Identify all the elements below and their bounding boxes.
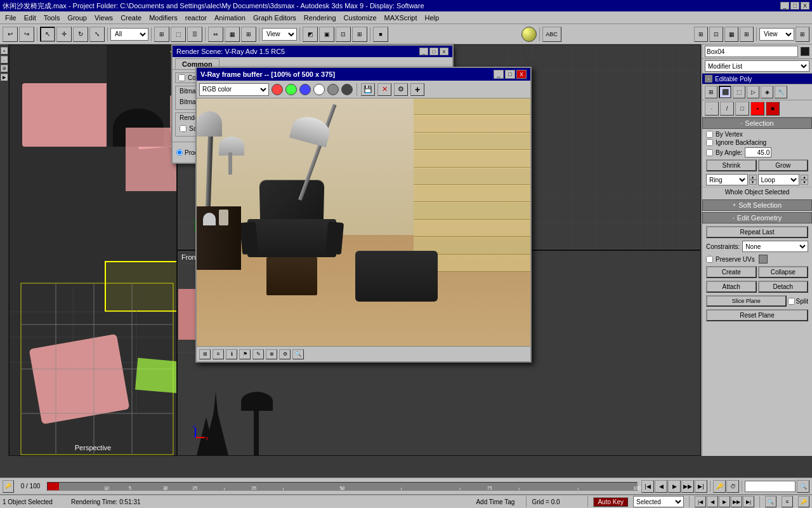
by-angle-checkbox[interactable] xyxy=(706,149,713,156)
undo-btn[interactable]: ↩ xyxy=(3,27,18,42)
status-go-end[interactable]: ▶| xyxy=(743,496,754,507)
vray-bb5[interactable]: ✎ xyxy=(252,349,264,359)
menu-reactor[interactable]: reactor xyxy=(181,13,211,23)
menu-group[interactable]: Group xyxy=(63,13,91,23)
prev-frame-btn[interactable]: ◀ xyxy=(655,480,667,493)
tb-right-3[interactable]: ▦ xyxy=(724,27,738,42)
rotate-btn[interactable]: ↻ xyxy=(73,27,88,42)
array-btn[interactable]: ▦ xyxy=(225,27,240,42)
rpanel-icon-display[interactable]: ◈ xyxy=(761,86,773,98)
time-config-btn[interactable]: ⏱ xyxy=(726,480,739,493)
vray-settings-btn[interactable]: ⚙ xyxy=(394,83,408,96)
status-search[interactable]: 🔍 xyxy=(765,496,776,507)
align-btn[interactable]: ⊞ xyxy=(241,27,256,42)
menu-help[interactable]: Help xyxy=(421,13,443,23)
menu-customize[interactable]: Customize xyxy=(340,13,381,23)
go-end-btn[interactable]: ▶| xyxy=(695,480,707,493)
loop-select[interactable]: Loop xyxy=(758,174,800,185)
tb-right-1[interactable]: ⊞ xyxy=(694,27,708,42)
soft-selection-header[interactable]: + Soft Selection xyxy=(702,199,812,211)
tb-right-end[interactable]: ⊞ xyxy=(796,27,809,42)
rpanel-icon-create[interactable]: ⊞ xyxy=(705,86,717,98)
close-button[interactable]: X xyxy=(801,2,809,10)
sel-icon-border[interactable]: □ xyxy=(735,102,749,116)
edit-geometry-header[interactable]: - Edit Geometry xyxy=(702,212,812,224)
tb-abc[interactable]: ABC xyxy=(542,27,561,42)
auto-key-btn[interactable]: Auto Key xyxy=(593,497,628,507)
vray-bb8[interactable]: 🔍 xyxy=(292,349,304,359)
ring-select[interactable]: Ring xyxy=(706,174,748,185)
lcp-btn1[interactable]: + xyxy=(1,47,8,55)
menu-animation[interactable]: Animation xyxy=(211,13,249,23)
menu-file[interactable]: File xyxy=(1,13,20,23)
menu-create[interactable]: Create xyxy=(117,13,145,23)
status-play[interactable]: ▶ xyxy=(719,496,730,507)
status-go-start[interactable]: |◀ xyxy=(695,496,706,507)
toolbar-btn-extra1[interactable]: ◩ xyxy=(303,27,318,42)
lcp-btn3[interactable]: ⊞ xyxy=(1,65,8,72)
maximize-button[interactable]: □ xyxy=(790,2,799,10)
preserve-uvs-checkbox[interactable] xyxy=(706,256,713,263)
menu-views[interactable]: Views xyxy=(91,13,117,23)
toolbar-btn-extra3[interactable]: ⊡ xyxy=(336,27,351,42)
menu-maxscript[interactable]: MAXScript xyxy=(381,13,421,23)
object-color-swatch[interactable] xyxy=(801,47,809,56)
status-next[interactable]: ▶▶ xyxy=(731,496,742,507)
status-filter[interactable]: ≡ xyxy=(782,496,793,507)
select-btn[interactable]: ↖ xyxy=(40,27,55,42)
compute-lighting-checkbox[interactable] xyxy=(178,74,185,81)
toolbar-btn-extra4[interactable]: ⊞ xyxy=(352,27,367,42)
viewport-right-big[interactable]: Perspective xyxy=(9,44,177,456)
menu-edit[interactable]: Edit xyxy=(20,13,40,23)
vray-bb7[interactable]: ⚙ xyxy=(279,349,291,359)
editable-poly-item[interactable]: - Editable Poly xyxy=(702,74,812,84)
vray-bb4[interactable]: ⚑ xyxy=(239,349,251,359)
by-vertex-checkbox[interactable] xyxy=(706,131,713,138)
sel-icon-element[interactable]: ■ xyxy=(766,102,780,116)
vray-add-btn[interactable]: + xyxy=(410,83,424,96)
shrink-btn[interactable]: Shrink xyxy=(706,159,757,171)
rpanel-icon-modify[interactable]: ⬛ xyxy=(719,86,731,98)
mirror-btn[interactable]: ⇔ xyxy=(208,27,223,42)
render-dialog-close[interactable]: X xyxy=(440,48,449,55)
move-btn[interactable]: ✛ xyxy=(56,27,72,42)
sel-icon-vertex[interactable]: · xyxy=(705,102,719,116)
ring-up-btn[interactable]: ▲ xyxy=(749,175,757,180)
render-dialog-title[interactable]: Render Scene: V-Ray Adv 1.5 RC5 _ □ X xyxy=(173,46,452,57)
toolbar-btn-extra2[interactable]: ▣ xyxy=(319,27,334,42)
status-key[interactable]: 🔑 xyxy=(798,496,809,507)
sel-icon-polygon[interactable]: ▪ xyxy=(750,102,764,116)
rpanel-icon-hierarchy[interactable]: ⬚ xyxy=(733,86,745,98)
menu-modifiers[interactable]: Modifiers xyxy=(145,13,181,23)
scale-btn[interactable]: ⤡ xyxy=(89,27,105,42)
minimize-button[interactable]: _ xyxy=(780,2,789,10)
filter-select[interactable]: All xyxy=(110,28,148,41)
attach-btn[interactable]: Attach xyxy=(706,281,757,293)
selected-dropdown[interactable]: Selected xyxy=(633,496,684,507)
vray-bb2[interactable]: ≡ xyxy=(213,349,224,359)
sel-icon-edge[interactable]: / xyxy=(720,102,734,116)
vray-discard-btn[interactable]: ✕ xyxy=(377,83,391,96)
color-mode-select[interactable]: RGB color xyxy=(199,83,269,96)
material-editor-btn[interactable]: ■ xyxy=(373,27,388,42)
search-btn[interactable]: 🔍 xyxy=(797,480,809,493)
play-btn[interactable]: ▶ xyxy=(668,480,681,493)
menu-rendering[interactable]: Rendering xyxy=(300,13,340,23)
go-start-btn[interactable]: |◀ xyxy=(641,480,654,493)
key-mode-btn[interactable]: 🔑 xyxy=(713,480,726,493)
loop-down-btn[interactable]: ▼ xyxy=(801,180,808,185)
redo-btn[interactable]: ↪ xyxy=(19,27,34,42)
rpanel-icon-utilities[interactable]: 🔧 xyxy=(775,86,787,98)
object-name-input[interactable] xyxy=(705,46,798,57)
status-prev[interactable]: ◀ xyxy=(707,496,718,507)
vray-bb6[interactable]: ⊕ xyxy=(266,349,277,359)
vray-save-btn[interactable]: 💾 xyxy=(361,83,375,96)
preserve-uvs-icon[interactable] xyxy=(759,255,768,264)
key-filter-btn[interactable]: 🔑 xyxy=(3,480,14,493)
ring-down-btn[interactable]: ▼ xyxy=(749,180,757,185)
color-btn-gray[interactable] xyxy=(327,84,339,95)
view-select[interactable]: View xyxy=(262,28,297,41)
reset-plane-btn[interactable]: Reset Plane xyxy=(706,309,808,321)
timeline[interactable]: 10 25 50 75 100 5 20 35 xyxy=(47,482,638,491)
next-frame-btn[interactable]: ▶▶ xyxy=(681,480,694,493)
